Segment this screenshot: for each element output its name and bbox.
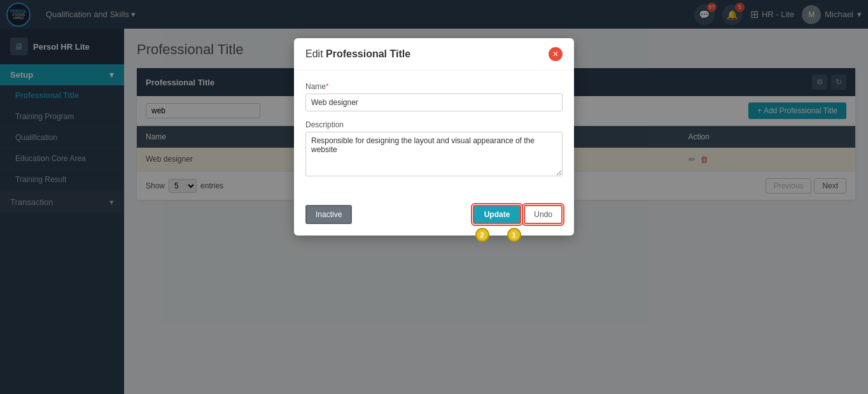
name-label: Name*: [305, 82, 563, 91]
description-textarea[interactable]: Responsible for designing the layout and…: [305, 132, 563, 176]
name-form-group: Name*: [305, 82, 563, 111]
modal-overlay: Edit Professional Title ✕ Name* Descript…: [0, 0, 868, 394]
modal-title: Edit Professional Title: [305, 48, 410, 60]
annotation-1: 1: [507, 228, 521, 242]
inactive-button[interactable]: Inactive: [305, 205, 352, 224]
name-input[interactable]: [305, 94, 563, 111]
edit-professional-title-modal: Edit Professional Title ✕ Name* Descript…: [294, 38, 574, 236]
modal-body: Name* Description Responsible for design…: [294, 71, 574, 199]
annotation-2: 2: [475, 228, 489, 242]
update-button[interactable]: Update: [473, 205, 522, 224]
undo-button[interactable]: Undo: [524, 205, 563, 224]
modal-footer: Inactive Update Undo 2 1: [294, 199, 574, 236]
modal-footer-actions: Update Undo 2 1: [473, 205, 563, 224]
description-label: Description: [305, 120, 563, 129]
modal-close-button[interactable]: ✕: [549, 47, 563, 61]
description-form-group: Description Responsible for designing th…: [305, 120, 563, 178]
modal-header: Edit Professional Title ✕: [294, 38, 574, 71]
